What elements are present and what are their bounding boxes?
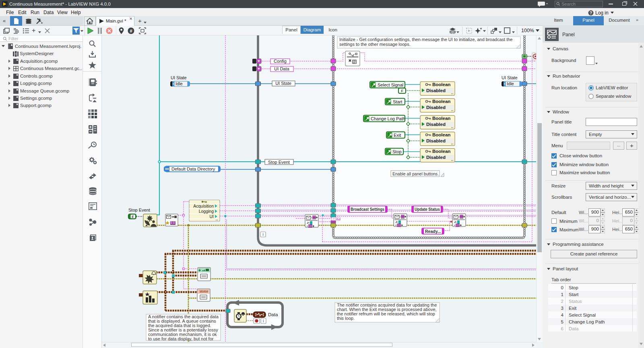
svg-text:UI Data: UI Data	[274, 66, 289, 71]
svg-text:Acquisition: Acquisition	[193, 204, 214, 208]
svg-text:UI: UI	[210, 214, 214, 219]
svg-text:Start: Start	[393, 99, 402, 104]
svg-text:Initialize - Get configuration: Initialize - Get configuration settings,…	[339, 37, 512, 42]
svg-text:Disabled: Disabled	[426, 122, 446, 127]
svg-text:Boolean: Boolean	[432, 149, 450, 154]
svg-text:settings to the other message: settings to the other message loops.	[339, 42, 411, 47]
svg-text:Default Data Directory: Default Data Directory	[171, 167, 215, 171]
svg-text:Stop: Stop	[392, 149, 402, 154]
svg-text:Change Log Path: Change Log Path	[371, 116, 405, 121]
svg-text:UI State: UI State	[275, 81, 291, 86]
svg-text:Idle: Idle	[175, 81, 183, 86]
svg-text:Ready...: Ready...	[425, 229, 441, 234]
svg-text:to use for data display, but n: to use for data display, but not for	[148, 336, 214, 341]
svg-text:?: ?	[590, 11, 592, 15]
svg-text:UI State: UI State	[502, 75, 518, 80]
svg-text:Boolean: Boolean	[432, 132, 450, 137]
svg-text:Data: Data	[268, 312, 278, 317]
svg-text:Disabled: Disabled	[426, 155, 446, 160]
svg-text:Update Status: Update Status	[415, 207, 440, 212]
svg-text:?: ?	[333, 218, 334, 220]
svg-text:Stop Event: Stop Event	[128, 208, 150, 212]
svg-text:Boolean: Boolean	[432, 82, 450, 87]
svg-text:F: F	[132, 215, 134, 219]
svg-text:i: i	[262, 233, 264, 237]
svg-text:UI State: UI State	[171, 75, 187, 80]
svg-text:Disabled: Disabled	[426, 138, 446, 143]
svg-text:Boolean: Boolean	[432, 99, 450, 104]
svg-text:Logging: Logging	[199, 209, 214, 214]
svg-text:Aa: Aa	[336, 218, 340, 220]
svg-text:Idle: Idle	[507, 81, 514, 86]
svg-text:Select Signal: Select Signal	[378, 82, 403, 87]
svg-text:Broadcast Settings: Broadcast Settings	[351, 207, 384, 212]
svg-text:Disabled: Disabled	[426, 105, 446, 110]
svg-text:101010: 101010	[199, 290, 208, 293]
svg-text:Disabled: Disabled	[426, 88, 446, 93]
svg-text:#: #	[130, 29, 132, 33]
svg-text:F: F	[401, 89, 403, 93]
svg-text:i: i	[263, 319, 264, 323]
svg-text:Boolean: Boolean	[432, 116, 450, 121]
svg-text:Stop Event: Stop Event	[268, 160, 290, 165]
svg-text:Enable all panel buttons.: Enable all panel buttons.	[392, 171, 439, 176]
svg-text:this loop.: this loop.	[337, 316, 355, 321]
svg-text:Config: Config	[274, 59, 287, 64]
svg-text:Exit: Exit	[394, 133, 401, 138]
